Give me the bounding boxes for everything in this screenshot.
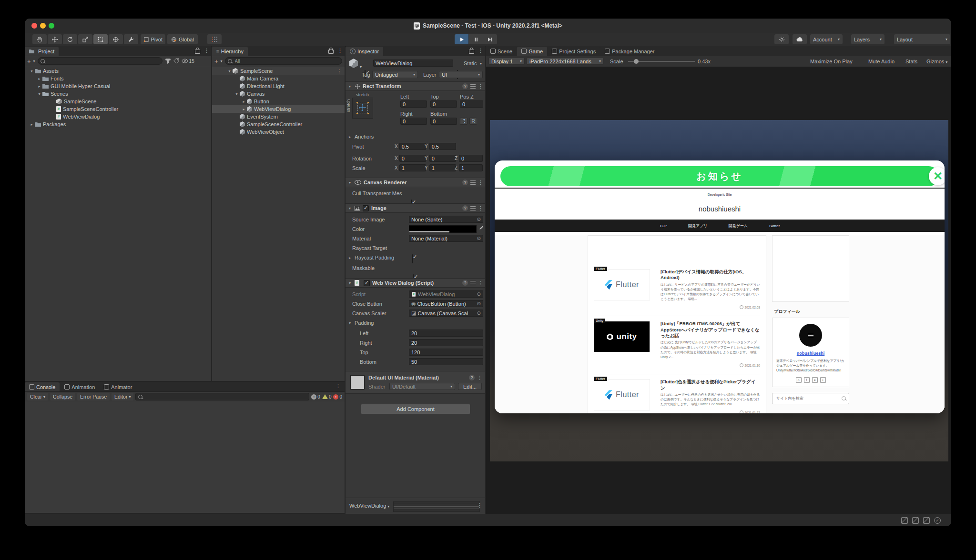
global-toggle-button[interactable]: Global — [167, 34, 198, 44]
shader-dropdown[interactable]: UI/Default▾ — [389, 383, 455, 390]
preview-menu-icon[interactable]: ⋮ — [477, 503, 482, 508]
hierarchy-tree-row[interactable]: ▸ WebViewDialog — [212, 105, 345, 113]
help-icon[interactable]: ? — [462, 205, 468, 211]
lock-icon[interactable] — [328, 50, 334, 54]
layout-dropdown[interactable]: Layout▾ — [894, 34, 950, 44]
notifications-muted-icon[interactable] — [901, 517, 908, 524]
foldout-arrow-icon[interactable]: ▾ — [347, 281, 352, 285]
collapse-button[interactable]: Collapse — [50, 393, 75, 400]
layers-dropdown[interactable]: Layers▾ — [851, 34, 884, 44]
component-menu-icon[interactable]: ⋮ — [477, 375, 482, 380]
canvas-renderer-header[interactable]: ▾ Canvas Renderer ? ⋮ — [346, 178, 485, 187]
site-search[interactable] — [772, 393, 849, 404]
tab-project[interactable]: Project — [25, 47, 59, 56]
scale-slider[interactable] — [628, 61, 695, 62]
script-field[interactable]: WebViewDialog⊙ — [409, 290, 483, 298]
hierarchy-tree-row[interactable]: ▸ Button — [212, 98, 345, 105]
rect-right-field[interactable]: 0 — [400, 118, 427, 125]
console-search[interactable] — [135, 393, 309, 400]
filter-by-label-icon[interactable] — [173, 58, 179, 64]
component-enabled-checkbox[interactable] — [363, 205, 369, 211]
error-count-badge[interactable]: !0 — [333, 394, 342, 400]
hierarchy-search[interactable] — [225, 57, 342, 65]
twitter-icon[interactable]: t — [804, 377, 810, 383]
project-tree-row[interactable]: SampleSceneController — [25, 105, 211, 113]
foldout-arrow-icon[interactable]: ▸ — [241, 100, 247, 104]
scale-y[interactable]: Y1 — [425, 164, 456, 171]
foldout-arrow-icon[interactable]: ▾ — [347, 180, 352, 185]
foldout-arrow-icon[interactable]: ▾ — [29, 69, 35, 73]
row-menu-icon[interactable]: ⋮ — [337, 69, 342, 74]
article-title[interactable]: [Unity]「ERROR ITMS-90206」が出てAppStoreへバイナ… — [661, 321, 760, 339]
article-item[interactable]: Flutter Flutter [Flutter]色を選択させる便利なPicke… — [594, 374, 760, 413]
divider[interactable] — [211, 46, 212, 381]
mute-audio-toggle[interactable]: Mute Audio — [868, 59, 895, 64]
tag-dropdown[interactable]: Untagged▾ — [372, 71, 418, 78]
project-tree-row[interactable]: ▾ Assets — [25, 67, 211, 75]
rotation-z[interactable]: Z0 — [455, 155, 483, 162]
rotation-y[interactable]: Y0 — [425, 155, 456, 162]
view-tab[interactable]: Package Manager — [600, 47, 659, 56]
lock-icon[interactable] — [469, 50, 474, 54]
tab-inspector[interactable]: i Inspector — [346, 47, 383, 56]
account-dropdown[interactable]: Account▾ — [810, 34, 843, 44]
hidden-packages-toggle[interactable]: 15 — [182, 59, 194, 64]
hierarchy-tree-row[interactable]: SampleSceneController — [212, 120, 345, 128]
padding-left-field[interactable]: 20 — [409, 330, 483, 337]
rotate-tool-button[interactable] — [63, 34, 77, 44]
project-search-input[interactable] — [47, 58, 160, 64]
add-component-button[interactable]: Add Component — [361, 404, 470, 414]
project-tree-row[interactable]: SampleScene — [25, 98, 211, 105]
project-search[interactable] — [38, 57, 163, 65]
help-icon[interactable]: ? — [469, 375, 475, 380]
gameobject-name-field[interactable]: WebViewDialog — [373, 60, 453, 67]
presets-icon[interactable] — [470, 281, 476, 285]
foldout-arrow-icon[interactable]: ▸ — [36, 77, 42, 81]
material-preview-header[interactable]: Default UI Material (Material) ? ⋮ Shade… — [346, 371, 485, 394]
rect-tool-button[interactable] — [93, 34, 108, 44]
panel-menu-icon[interactable]: ⋮ — [337, 48, 343, 53]
rect-bottom-field[interactable]: 0 — [430, 118, 457, 125]
object-picker-icon[interactable]: ⊙ — [477, 217, 481, 222]
site-search-input[interactable] — [775, 396, 842, 401]
console-tab[interactable]: Animation — [60, 382, 99, 391]
home-icon[interactable]: ⌂ — [796, 377, 802, 383]
scale-slider-knob[interactable] — [634, 59, 639, 64]
warning-count-badge[interactable]: 0 — [322, 394, 332, 400]
panel-menu-icon[interactable]: ⋮ — [204, 48, 209, 53]
pivot-x[interactable]: X0.5 — [395, 143, 426, 150]
raycast-target-checkbox[interactable] — [412, 254, 413, 263]
preview-material-name[interactable]: WebViewDialog ▾ — [349, 503, 389, 509]
view-tab[interactable]: Game — [517, 47, 547, 56]
foldout-arrow-icon[interactable]: ▸ — [241, 107, 247, 111]
hierarchy-tree-row[interactable]: ▾ SampleScene ⋮ — [212, 67, 345, 75]
article-title[interactable]: [Flutter]デバイス情報の取得の仕方(iOS、Android) — [661, 269, 760, 281]
create-add-button[interactable]: + — [214, 58, 218, 64]
material-field[interactable]: None (Material)⊙ — [409, 235, 483, 242]
console-log-area[interactable] — [25, 401, 345, 513]
move-tool-button[interactable] — [48, 34, 62, 44]
divider[interactable] — [485, 46, 486, 514]
component-menu-icon[interactable]: ⋮ — [478, 180, 483, 185]
article-title[interactable]: [Flutter]色を選択させる便利なPickerプラグイン — [661, 379, 760, 391]
custom-tool-button[interactable] — [124, 34, 138, 44]
article-thumbnail[interactable]: Flutter Flutter — [594, 379, 650, 413]
panel-menu-icon[interactable]: ⋮ — [478, 48, 483, 53]
anchors-foldout[interactable]: ▸Anchors — [347, 134, 374, 140]
divider[interactable] — [345, 46, 345, 514]
console-tab[interactable]: Console — [25, 382, 60, 391]
article-thumbnail[interactable]: Unity unity — [594, 321, 650, 367]
padding-right-field[interactable]: 20 — [409, 339, 483, 346]
profile-name-link[interactable]: nobushiueshi — [776, 351, 845, 356]
avatar[interactable] — [799, 324, 822, 347]
rect-transform-header[interactable]: ▾ Rect Transform ? ⋮ — [346, 81, 485, 91]
stats-toggle[interactable]: Stats — [905, 59, 917, 64]
transform-tool-button[interactable] — [109, 34, 123, 44]
foldout-arrow-icon[interactable]: ▾ — [234, 92, 240, 96]
messages-muted-icon[interactable] — [912, 517, 919, 524]
component-menu-icon[interactable]: ⋮ — [478, 206, 483, 211]
material-preview-strip[interactable] — [393, 501, 480, 512]
presets-icon[interactable] — [470, 206, 476, 210]
error-pause-button[interactable]: Error Pause — [77, 393, 110, 400]
component-menu-icon[interactable]: ⋮ — [478, 84, 483, 89]
